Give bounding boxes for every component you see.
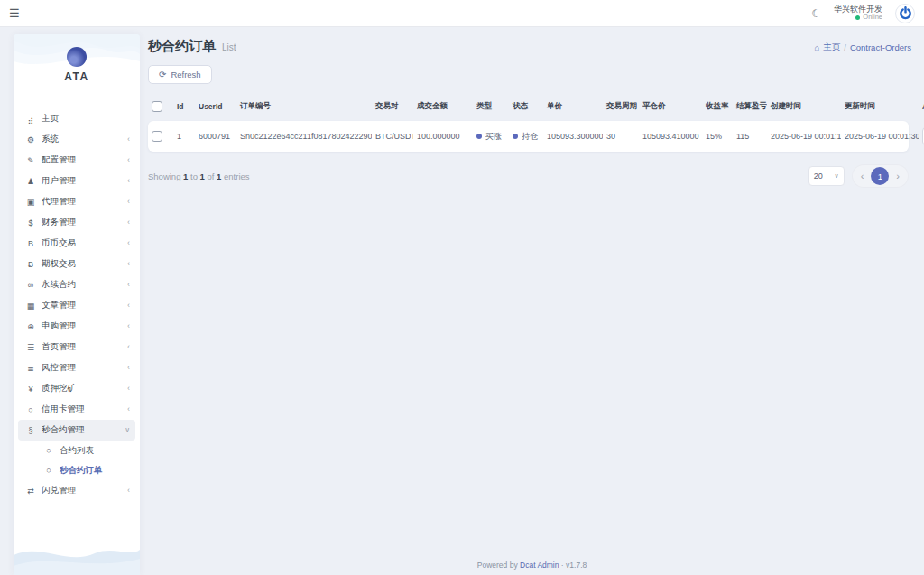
chevron-left-icon: ‹ (127, 322, 130, 331)
cell-pnl: 115 (733, 132, 767, 141)
cell-type: 买涨 (473, 131, 509, 143)
column-header-close-price: 平仓价 (639, 101, 702, 112)
sidebar-item-system[interactable]: ⚙系统‹ (18, 129, 135, 150)
table-header-row: IdUserId订单编号交易对成交金额类型状态单价交易周期平仓价收益率结算盈亏创… (148, 95, 909, 118)
column-header-updated-at: 更新时间 (841, 101, 919, 112)
cell-created-at: 2025-06-19 00:01:15 (767, 132, 841, 141)
user-menu[interactable]: 华兴软件开发 Online (834, 5, 882, 22)
cell-id: 1 (173, 132, 195, 141)
page-subtitle: List (222, 42, 236, 52)
circle-icon: ○ (42, 446, 56, 455)
cell-close-price: 105093.410000 (639, 132, 702, 141)
cell-price: 105093.300000 (543, 132, 603, 141)
column-header-period: 交易周期 (603, 101, 639, 112)
sidebar-item-label: 系统 (42, 134, 127, 145)
column-header-pnl: 结算盈亏 (733, 101, 767, 112)
breadcrumb-separator: / (844, 42, 846, 52)
column-header-created-at: 创建时间 (767, 101, 841, 112)
cell-amount: 100.000000 (413, 132, 473, 141)
gear-icon: ⚙ (23, 135, 38, 144)
sidebar-item-perpetual[interactable]: ∞永续合约‹ (18, 274, 135, 295)
column-header-price: 单价 (543, 101, 603, 112)
breadcrumb-home-link[interactable]: 主页 (823, 42, 840, 53)
chevron-left-icon: ‹ (127, 364, 130, 373)
top-navbar: ☰ ☾ 华兴软件开发 Online (0, 0, 924, 27)
sliders-icon: ≣ (23, 364, 38, 373)
refresh-button[interactable]: ⟳ Refresh (148, 65, 212, 84)
brand-name: ATA (14, 70, 140, 83)
sidebar-item-spot-trade[interactable]: B币币交易‹ (18, 233, 135, 254)
footer-prefix: Powered by (477, 561, 518, 570)
sidebar-item-label: 信用卡管理 (42, 403, 127, 415)
chevron-left-icon: ‹ (127, 218, 130, 227)
sidebar-item-users[interactable]: ♟用户管理‹ (18, 171, 135, 191)
table-header: IdUserId订单编号交易对成交金额类型状态单价交易周期平仓价收益率结算盈亏创… (148, 95, 909, 118)
sidebar-item-label: 配置管理 (42, 154, 127, 166)
user-avatar[interactable] (895, 4, 915, 23)
select-all-checkbox[interactable] (152, 101, 162, 112)
sidebar-item-credit-card[interactable]: ○信用卡管理‹ (18, 399, 135, 420)
sidebar-bottom-wave (14, 539, 140, 575)
user-icon: ♟ (23, 177, 38, 186)
yen-icon: ¥ (23, 385, 38, 394)
sidebar-item-label: 币币交易 (42, 237, 127, 249)
column-header-id: Id (173, 102, 195, 111)
cell-order-no: Sn0c2122e64cc211f08178024222903ff1 (236, 132, 372, 141)
sidebar-item-agents[interactable]: ▣代理管理‹ (18, 191, 135, 212)
sidebar-item-home[interactable]: ⣴主页 (18, 108, 135, 129)
row-checkbox[interactable] (152, 131, 162, 142)
sidebar-item-label: 主页 (42, 113, 130, 125)
per-page-select[interactable]: 20 ∨ (808, 166, 845, 186)
cell-action: 控制 (919, 127, 924, 145)
sidebar: ATA ⣴主页⚙系统‹✎配置管理‹♟用户管理‹▣代理管理‹$财务管理‹B币币交易… (14, 34, 140, 575)
chevron-down-icon: ∨ (125, 426, 130, 435)
hamburger-menu-icon[interactable]: ☰ (9, 7, 20, 19)
current-page-button[interactable]: 1 (871, 167, 889, 185)
cell-period: 30 (603, 132, 639, 141)
entries-summary: Showing 1 to 1 of 1 entries (148, 172, 250, 181)
chevron-left-icon: ‹ (127, 385, 130, 394)
sidebar-menu: ⣴主页⚙系统‹✎配置管理‹♟用户管理‹▣代理管理‹$财务管理‹B币币交易‹Ƀ期权… (14, 103, 140, 501)
cell-select (148, 131, 173, 142)
sidebar-item-second-contract[interactable]: §秒合约管理∨ (18, 420, 135, 441)
sidebar-item-flash-exchange[interactable]: ⇄闪兑管理‹ (18, 480, 135, 501)
cell-yield: 15% (702, 132, 733, 141)
sidebar-item-finance[interactable]: $财务管理‹ (18, 212, 135, 233)
sidebar-item-contract-orders[interactable]: ○秒合约订单 (18, 460, 135, 480)
sidebar-item-label: 用户管理 (42, 175, 127, 187)
sidebar-item-label: 合约列表 (60, 445, 130, 457)
breadcrumb: ⌂ 主页 / Contract-Orders (815, 42, 912, 53)
column-header-userid: UserId (195, 102, 236, 111)
refresh-icon: ⟳ (159, 70, 166, 79)
sidebar-item-label: 财务管理 (42, 217, 127, 228)
sidebar-item-label: 秒合约订单 (60, 465, 130, 477)
bitcoin-icon: Ƀ (23, 260, 38, 269)
chevron-left-icon: ‹ (127, 343, 130, 352)
chevron-left-icon: ‹ (127, 239, 130, 248)
column-header-type: 类型 (473, 101, 509, 112)
sidebar-item-risk[interactable]: ≣风控管理‹ (18, 357, 135, 378)
sidebar-item-options-trade[interactable]: Ƀ期权交易‹ (18, 254, 135, 274)
sidebar-item-config[interactable]: ✎配置管理‹ (18, 150, 135, 171)
id-card-icon: ▣ (23, 198, 38, 207)
page-footer: Powered by Dcat Admin · v1.7.8 (140, 561, 924, 570)
prev-page-button[interactable]: ‹ (857, 171, 868, 181)
status-dot (476, 134, 482, 139)
footer-version: v1.7.8 (566, 561, 587, 570)
sidebar-item-articles[interactable]: ▦文章管理‹ (18, 295, 135, 316)
page-title: 秒合约订单 (148, 38, 216, 55)
sidebar-item-staking[interactable]: ¥质押挖矿‹ (18, 378, 135, 399)
column-header-order-no: 订单编号 (236, 101, 372, 112)
wrench-icon: ✎ (23, 156, 38, 165)
dark-mode-icon[interactable]: ☾ (811, 7, 821, 20)
sidebar-item-subscription[interactable]: ⊕申购管理‹ (18, 316, 135, 337)
breadcrumb-current: Contract-Orders (850, 42, 911, 52)
sidebar-item-homepage[interactable]: ☰首页管理‹ (18, 337, 135, 357)
dcat-admin-link[interactable]: Dcat Admin (520, 561, 559, 570)
list-icon: ☰ (23, 343, 38, 352)
sidebar-item-contract-list[interactable]: ○合约列表 (18, 441, 135, 460)
breadcrumb-home-icon[interactable]: ⌂ (815, 42, 820, 52)
chevron-down-icon: ∨ (835, 172, 839, 180)
chevron-left-icon: ‹ (127, 198, 130, 207)
next-page-button[interactable]: › (892, 171, 903, 181)
